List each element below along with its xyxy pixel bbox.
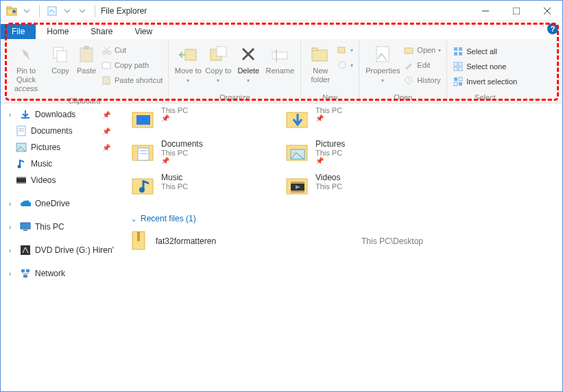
tab-share[interactable]: Share (80, 24, 123, 39)
sidebar-item-thispc[interactable]: ›This PC (1, 219, 124, 235)
music-icon (16, 158, 27, 169)
new-folder-icon (309, 43, 331, 65)
sidebar-item-music[interactable]: Music (1, 156, 124, 172)
sidebar-item-documents[interactable]: Documents📌 (1, 123, 124, 139)
paste-shortcut-button[interactable]: Paste shortcut (101, 73, 163, 87)
cut-icon (101, 45, 112, 56)
sidebar-item-videos[interactable]: Videos (1, 172, 124, 188)
tab-file[interactable]: File (1, 24, 36, 39)
svg-point-50 (18, 165, 21, 169)
documents-icon (16, 125, 27, 136)
folder-item-pictures[interactable]: PicturesThis PC📌 (285, 139, 440, 164)
ribbon-toggle-icon[interactable]: ˇ (542, 25, 544, 33)
pin-icon (15, 43, 37, 65)
svg-rect-64 (138, 148, 149, 160)
paste-button[interactable]: Paste (73, 42, 99, 77)
new-item-icon (337, 45, 348, 56)
svg-rect-61 (136, 115, 150, 125)
tab-view[interactable]: View (123, 24, 163, 39)
properties-button[interactable]: Properties▾ (363, 42, 402, 86)
svg-rect-44 (21, 117, 29, 119)
qat-dropdown-2-icon[interactable] (60, 4, 74, 18)
onedrive-icon (20, 198, 31, 209)
folder-item-cut2[interactable]: This PC📌 (285, 106, 440, 131)
select-none-button[interactable]: Select none (453, 60, 517, 73)
edit-button[interactable]: Edit (403, 58, 441, 72)
open-icon (403, 45, 414, 56)
cut-button[interactable]: Cut (101, 43, 163, 57)
new-folder-button[interactable]: New folder (305, 42, 335, 86)
close-button[interactable] (531, 1, 562, 21)
copy-path-button[interactable]: Copy path (101, 58, 163, 72)
rename-button[interactable]: Rename (263, 42, 296, 77)
svg-point-28 (339, 62, 346, 69)
svg-rect-37 (459, 62, 462, 66)
group-clipboard: Pin to Quick access Copy Paste Cut Copy … (1, 39, 169, 103)
body: ›Downloads📌 Documents📌 Pictures📌 Music V… (1, 103, 562, 391)
quick-access-toolbar: ★ File Explorer (1, 4, 147, 18)
svg-rect-30 (405, 48, 413, 53)
delete-icon (237, 43, 259, 65)
properties-qat-icon[interactable] (45, 4, 59, 18)
help-icon[interactable]: ? (547, 23, 558, 34)
group-organize: Move to▾ Copy to▾ Delete▾ Rename Organiz… (169, 39, 301, 103)
svg-rect-20 (217, 47, 226, 56)
sidebar-item-downloads[interactable]: ›Downloads📌 (1, 106, 124, 123)
minimize-button[interactable] (470, 1, 501, 21)
copy-to-button[interactable]: Copy to▾ (203, 42, 233, 86)
window-controls (470, 1, 562, 21)
folder-item-cut[interactable]: This PC📌 (131, 106, 285, 131)
qat-customize-icon[interactable] (75, 4, 89, 18)
folder-item-documents[interactable]: DocumentsThis PC📌 (131, 139, 285, 164)
paste-icon (75, 43, 97, 65)
svg-rect-26 (312, 48, 318, 51)
sidebar-item-dvd[interactable]: ›DVD Drive (G:) Hiren' (1, 242, 124, 258)
copy-button[interactable]: Copy (47, 42, 73, 77)
svg-rect-77 (137, 232, 140, 241)
sidebar-item-onedrive[interactable]: ›OneDrive (1, 195, 124, 212)
pin-icon: 📌 (315, 114, 342, 122)
ribbon-tabs: File Home Share View ˇ ? (1, 21, 562, 39)
svg-line-14 (104, 47, 110, 53)
zip-icon (131, 230, 147, 252)
history-button[interactable]: History (403, 73, 441, 87)
recent-file-item[interactable]: fat32formatteren This PC\Desktop (131, 230, 555, 252)
maximize-button[interactable] (501, 1, 531, 21)
app-icon: ★ (5, 4, 19, 18)
select-all-button[interactable]: Select all (453, 45, 517, 58)
invert-selection-button[interactable]: Invert selection (453, 75, 517, 88)
svg-rect-11 (84, 46, 89, 49)
open-button[interactable]: Open ▾ (403, 43, 441, 57)
select-all-icon (453, 46, 464, 57)
folder-icon (285, 106, 310, 131)
pin-icon: 📌 (161, 157, 203, 164)
svg-rect-25 (312, 50, 327, 61)
qat-dropdown-1-icon[interactable] (20, 4, 34, 18)
paste-shortcut-icon (101, 75, 112, 86)
folder-item-videos[interactable]: VideosThis PC (285, 173, 440, 197)
pictures-icon (16, 142, 27, 153)
pin-quick-access-button[interactable]: Pin to Quick access (5, 42, 47, 95)
group-new: New folder ▾ ▾ New (301, 39, 359, 103)
sidebar-item-network[interactable]: ›Network (1, 265, 124, 282)
videos-icon (16, 175, 27, 186)
recent-files-header[interactable]: ⌄ Recent files (1) (131, 214, 555, 223)
easy-access-button[interactable]: ▾ (337, 58, 353, 72)
svg-rect-74 (291, 182, 304, 184)
svg-rect-42 (454, 82, 457, 86)
folder-documents-icon (131, 139, 156, 164)
thispc-icon (20, 221, 31, 232)
move-to-icon (177, 43, 199, 65)
sidebar-item-pictures[interactable]: Pictures📌 (1, 139, 124, 156)
group-select: Select all Select none Invert selection … (447, 39, 523, 103)
svg-point-49 (19, 145, 21, 147)
pin-icon: 📌 (102, 144, 110, 151)
move-to-button[interactable]: Move to▾ (173, 42, 203, 86)
svg-rect-41 (459, 77, 462, 81)
delete-button[interactable]: Delete▾ (233, 42, 263, 86)
new-item-button[interactable]: ▾ (337, 43, 353, 57)
tab-home[interactable]: Home (36, 24, 80, 39)
folder-item-music[interactable]: MusicThis PC (131, 173, 285, 197)
separator (95, 5, 95, 17)
downloads-icon (20, 109, 31, 120)
